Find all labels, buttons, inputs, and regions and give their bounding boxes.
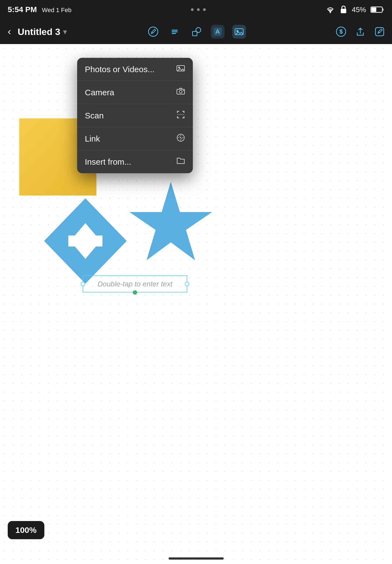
- svg-rect-8: [172, 33, 176, 34]
- nav-title-area: Untitled 3 ▾: [18, 26, 67, 37]
- text-lines-button[interactable]: [168, 25, 182, 39]
- svg-rect-3: [382, 9, 384, 11]
- status-date: Wed 1 Feb: [42, 7, 71, 13]
- status-bar: 5:54 PM Wed 1 Feb 45%: [0, 0, 392, 19]
- text-format-button[interactable]: A: [211, 25, 225, 39]
- media-insert-button[interactable]: [232, 25, 246, 39]
- menu-item-photos-videos[interactable]: Photos or Videos...: [77, 58, 193, 81]
- wifi-icon: [325, 6, 335, 13]
- svg-rect-7: [172, 31, 178, 32]
- svg-point-10: [196, 28, 201, 32]
- text-handle-left[interactable]: [81, 282, 85, 286]
- svg-point-0: [329, 12, 331, 13]
- insert-dropdown-menu: Photos or Videos... Camera: [77, 58, 193, 173]
- svg-rect-4: [371, 7, 376, 12]
- insert-from-label: Insert from...: [85, 157, 131, 167]
- status-time-date: 5:54 PM Wed 1 Feb: [8, 5, 72, 14]
- shapes-button[interactable]: [189, 25, 203, 39]
- scan-icon: [176, 110, 185, 121]
- camera-icon: [176, 87, 185, 98]
- svg-point-21: [179, 90, 182, 93]
- text-handle-right[interactable]: [185, 282, 189, 286]
- svg-rect-1: [341, 9, 346, 13]
- zoom-level: 100%: [15, 525, 37, 535]
- home-indicator: [169, 557, 224, 560]
- canvas-area[interactable]: Photos or Videos... Camera: [0, 44, 392, 564]
- payment-button[interactable]: $: [334, 25, 348, 39]
- status-center-dots: [191, 8, 206, 11]
- lock-icon: [340, 5, 347, 14]
- status-time: 5:54 PM: [8, 5, 37, 14]
- nav-back-button[interactable]: ‹: [6, 24, 13, 40]
- dot2: [197, 8, 200, 11]
- battery-icon: [371, 6, 384, 13]
- text-box-container[interactable]: Double-tap to enter text: [83, 275, 187, 292]
- svg-rect-9: [193, 31, 197, 36]
- svg-point-5: [148, 27, 158, 36]
- svg-point-19: [178, 67, 180, 68]
- text-handle-bottom[interactable]: [133, 290, 137, 295]
- menu-item-insert-from[interactable]: Insert from...: [77, 150, 193, 173]
- battery-percentage: 45%: [352, 6, 366, 14]
- link-compass-icon: [176, 133, 185, 144]
- menu-item-scan[interactable]: Scan: [77, 104, 193, 127]
- text-box-placeholder: Double-tap to enter text: [98, 280, 172, 288]
- nav-left: ‹ Untitled 3 ▾: [6, 24, 146, 40]
- svg-rect-6: [172, 30, 178, 31]
- nav-right-icons: $: [246, 25, 387, 39]
- blue-diamond-arrow-shape[interactable]: [44, 198, 127, 284]
- svg-text:A: A: [215, 28, 220, 35]
- photos-videos-label: Photos or Videos...: [85, 65, 155, 74]
- nav-center-icons: A: [146, 25, 246, 39]
- svg-rect-22: [183, 90, 184, 91]
- nav-bar: ‹ Untitled 3 ▾: [0, 19, 392, 44]
- dot1: [191, 8, 194, 11]
- folder-icon: [176, 156, 185, 167]
- svg-rect-20: [177, 89, 185, 94]
- draw-tool-button[interactable]: [146, 25, 160, 39]
- blue-star-shape[interactable]: [129, 182, 212, 264]
- share-button[interactable]: [353, 25, 367, 39]
- link-label: Link: [85, 134, 100, 143]
- menu-item-link[interactable]: Link: [77, 127, 193, 150]
- document-title[interactable]: Untitled 3: [18, 26, 60, 37]
- menu-item-camera[interactable]: Camera: [77, 81, 193, 104]
- camera-label: Camera: [85, 88, 114, 97]
- edit-button[interactable]: [373, 25, 386, 39]
- status-right: 45%: [325, 5, 384, 14]
- svg-rect-17: [375, 28, 384, 36]
- title-chevron-icon[interactable]: ▾: [63, 27, 67, 36]
- photos-videos-icon: [176, 64, 185, 75]
- svg-text:$: $: [339, 28, 343, 35]
- svg-rect-29: [68, 235, 102, 246]
- svg-point-25: [180, 137, 181, 138]
- scan-label: Scan: [85, 111, 104, 120]
- svg-marker-30: [129, 182, 212, 260]
- dot3: [203, 8, 206, 11]
- zoom-indicator[interactable]: 100%: [8, 521, 44, 539]
